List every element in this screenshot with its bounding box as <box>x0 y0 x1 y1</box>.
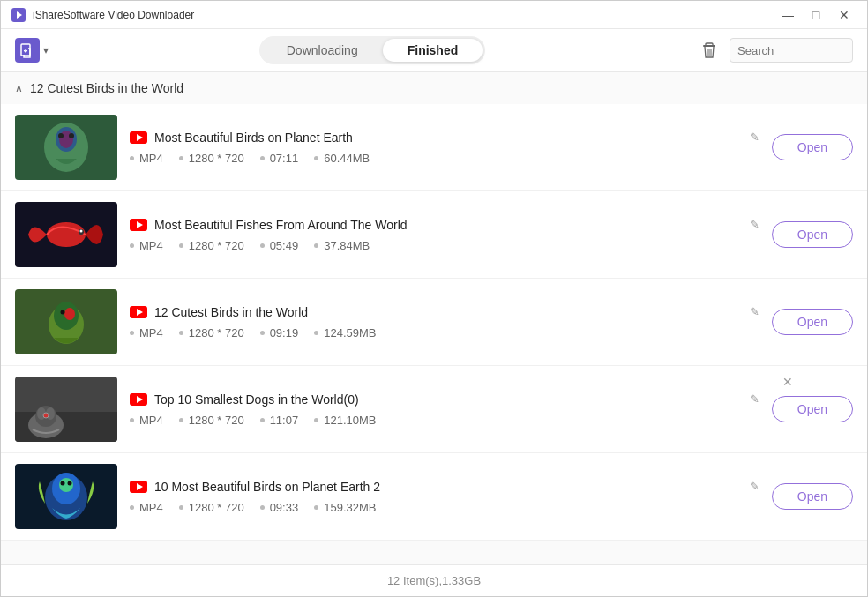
video-meta: MP4 1280 * 720 09:19 124.59MB <box>130 326 760 340</box>
size-value: 121.10MB <box>324 414 376 427</box>
meta-dot <box>260 243 265 248</box>
video-title: Most Beautiful Birds on Planet Earth <box>154 131 743 145</box>
video-info: Top 10 Smallest Dogs in the World(0) ✎ M… <box>130 392 760 427</box>
edit-icon[interactable]: ✎ <box>750 480 760 493</box>
meta-resolution: 1280 * 720 <box>179 414 244 427</box>
meta-dot <box>130 243 134 248</box>
svg-rect-3 <box>703 45 715 47</box>
video-info: 10 Most Beautiful Birds on Planet Earth … <box>130 480 760 514</box>
main-tabs: Downloading Finished <box>259 36 486 64</box>
app-icon <box>11 8 26 22</box>
resolution-value: 1280 * 720 <box>189 152 244 165</box>
video-info: Most Beautiful Birds on Planet Earth ✎ M… <box>130 131 760 165</box>
meta-dot <box>130 505 134 510</box>
add-chevron-icon: ▾ <box>43 44 49 56</box>
close-button[interactable]: ✕ <box>832 6 857 24</box>
video-item: 10 Most Beautiful Birds on Planet Earth … <box>1 453 867 541</box>
format-value: MP4 <box>139 239 163 252</box>
tab-downloading[interactable]: Downloading <box>262 39 383 62</box>
edit-icon[interactable]: ✎ <box>750 305 760 318</box>
add-download-button[interactable]: ▾ <box>15 38 49 63</box>
meta-size: 121.10MB <box>314 414 376 427</box>
open-button-4[interactable]: Open <box>772 396 853 422</box>
meta-size: 60.44MB <box>314 152 370 165</box>
duration-value: 09:19 <box>270 326 299 340</box>
svg-point-42 <box>68 481 72 486</box>
youtube-icon <box>130 219 147 231</box>
video-title-row: Top 10 Smallest Dogs in the World(0) ✎ <box>130 392 760 407</box>
meta-duration: 09:19 <box>260 326 299 340</box>
window-controls: — □ ✕ <box>775 6 857 24</box>
title-bar: iShareSoftware Video Downloader — □ ✕ <box>1 1 867 29</box>
minimize-button[interactable]: — <box>775 6 800 24</box>
open-button-2[interactable]: Open <box>772 221 853 248</box>
video-title-row: 12 Cutest Birds in the World ✎ <box>130 305 760 319</box>
tab-finished[interactable]: Finished <box>383 39 483 62</box>
open-button-5[interactable]: Open <box>772 483 853 510</box>
svg-point-24 <box>64 308 75 320</box>
resolution-value: 1280 * 720 <box>189 326 244 340</box>
video-title: Top 10 Smallest Dogs in the World(0) <box>154 392 743 407</box>
thumbnail-1 <box>15 115 117 180</box>
meta-resolution: 1280 * 720 <box>179 152 244 165</box>
open-button-3[interactable]: Open <box>772 309 853 335</box>
svg-point-34 <box>43 413 49 418</box>
footer-summary: 12 Item(s),1.33GB <box>387 574 481 587</box>
meta-dot <box>260 156 265 160</box>
footer: 12 Item(s),1.33GB <box>1 564 867 596</box>
meta-size: 124.59MB <box>314 326 376 340</box>
meta-dot <box>260 505 265 510</box>
app-title: iShareSoftware Video Downloader <box>33 9 194 21</box>
toolbar: ▾ Downloading Finished <box>1 29 867 72</box>
meta-duration: 09:33 <box>260 501 299 514</box>
meta-dot <box>130 418 134 422</box>
group-header[interactable]: ∧ 12 Cutest Birds in the World <box>1 72 867 104</box>
video-item: Top 10 Smallest Dogs in the World(0) ✎ M… <box>1 366 867 453</box>
open-button-1[interactable]: Open <box>772 134 853 160</box>
video-info: Most Beautiful Fishes From Around The Wo… <box>130 218 760 252</box>
youtube-icon <box>130 131 147 144</box>
add-download-icon <box>15 38 40 63</box>
delete-button[interactable] <box>696 37 722 63</box>
duration-value: 05:49 <box>270 239 299 252</box>
thumbnail-3 <box>15 289 117 354</box>
video-title-row: Most Beautiful Birds on Planet Earth ✎ <box>130 131 760 145</box>
meta-duration: 05:49 <box>260 239 299 252</box>
content-area: ∧ 12 Cutest Birds in the World Most Beau… <box>1 72 867 564</box>
resolution-value: 1280 * 720 <box>189 414 244 427</box>
svg-point-18 <box>80 230 83 233</box>
meta-duration: 11:07 <box>260 414 299 427</box>
edit-icon[interactable]: ✎ <box>750 131 760 144</box>
search-input[interactable] <box>730 38 853 63</box>
meta-size: 159.32MB <box>314 501 376 514</box>
youtube-icon <box>130 306 147 318</box>
meta-format: MP4 <box>130 501 163 514</box>
meta-dot <box>260 331 265 335</box>
meta-dot <box>314 505 318 510</box>
format-value: MP4 <box>139 326 163 340</box>
meta-resolution: 1280 * 720 <box>179 501 244 514</box>
thumbnail-2 <box>15 202 117 267</box>
edit-icon[interactable]: ✎ <box>750 392 760 406</box>
meta-dot <box>179 505 183 510</box>
meta-dot <box>314 418 318 422</box>
youtube-icon <box>130 393 147 406</box>
item-close-button-4[interactable]: ✕ <box>779 373 797 391</box>
video-item: Most Beautiful Birds on Planet Earth ✎ M… <box>1 104 867 191</box>
video-meta: MP4 1280 * 720 09:33 159.32MB <box>130 501 760 514</box>
maximize-button[interactable]: □ <box>804 6 828 24</box>
format-value: MP4 <box>139 414 163 427</box>
video-title: 12 Cutest Birds in the World <box>154 305 743 319</box>
meta-dot <box>314 331 318 335</box>
format-value: MP4 <box>139 152 163 165</box>
thumbnail-5 <box>15 464 117 529</box>
meta-resolution: 1280 * 720 <box>179 239 244 252</box>
tabs-wrapper: Downloading Finished <box>63 36 682 64</box>
video-title: 10 Most Beautiful Birds on Planet Earth … <box>154 480 743 494</box>
edit-icon[interactable]: ✎ <box>750 218 760 231</box>
meta-dot <box>314 156 318 160</box>
title-bar-left: iShareSoftware Video Downloader <box>11 8 194 22</box>
video-meta: MP4 1280 * 720 11:07 121.10MB <box>130 414 760 427</box>
video-item: 12 Cutest Birds in the World ✎ MP4 1280 … <box>1 279 867 366</box>
video-title-row: 10 Most Beautiful Birds on Planet Earth … <box>130 480 760 494</box>
